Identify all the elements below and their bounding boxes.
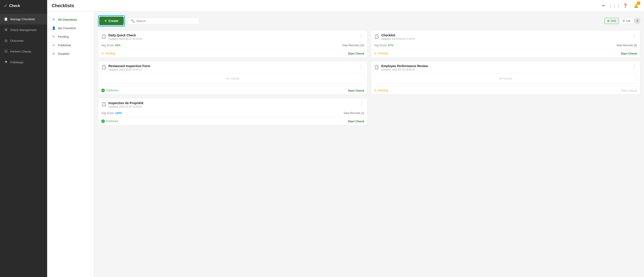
card-menu-icon[interactable]: ⋮ [358,101,364,106]
sidebar-nav: 📋 Manage Checklists ⚙ Check Management ◎… [0,12,47,277]
card-title-block: Daily Quick Check Updated: 2023-08-21 19… [108,34,356,40]
card-footer: ✓ Published Start Check [98,86,367,94]
filter-label: Disabled [58,52,70,56]
header-actions: ✏ ⋮⋮⋮ ❓ 🔔 1 [600,2,640,10]
create-button-label: Create [108,19,118,23]
avg-score: Avg Score: 100% [101,112,122,115]
checklist-card-icon: 📋 [101,34,106,39]
sidebar-item-followups[interactable]: ⚑ Followups [0,57,47,68]
status-badge: ↻ Pending [374,89,388,92]
status-badge: ↻ Pending [101,52,115,55]
sidebar-item-manage-checklists[interactable]: 📋 Manage Checklists [0,14,47,24]
card-title: Checklist [381,34,629,37]
card-title: Restaurant Inspection Form [108,64,356,68]
checklist-card-daily-quick-check: 📋 Daily Quick Check Updated: 2023-08-21 … [98,30,368,58]
start-check-button[interactable]: Start Check [621,52,637,55]
sidebar-item-check-management[interactable]: ⚙ Check Management [0,24,47,35]
checklist-card-restaurant-inspection: 📋 Restaurant Inspection Form Updated: 20… [98,61,368,95]
card-stats: Avg Score: 100% View Records (3) [98,110,367,117]
notification-count: 1 [637,1,640,5]
followup-icon: ⚑ [4,60,8,64]
my-checklists-icon: 👤 [52,26,56,30]
main: Checklists ✏ ⋮⋮⋮ ❓ 🔔 1 ≡ All Checklists … [47,0,644,277]
app-logo-icon: ✓ [4,3,8,8]
sidebar-item-outcomes[interactable]: ◎ Outcomes [0,35,47,46]
score-value: 100% [115,112,122,115]
pending-status-icon: ↻ [101,52,104,55]
published-status-icon: ✓ [101,120,105,123]
notification-button[interactable]: 🔔 1 [632,2,640,10]
pending-icon: ↻ [52,34,56,38]
card-title-block: Checklist Updated: 2023-04-13 17:40:27 [381,34,629,40]
card-menu-icon[interactable]: ⋮ [358,64,364,69]
card-updated: Updated: 2023-04-13 17:40:27 [381,38,629,40]
card-header: 📋 Daily Quick Check Updated: 2023-08-21 … [98,30,367,42]
check-icon: ☑ [4,49,8,54]
filter-label: My Checklists [58,26,76,30]
search-box: 🔍 [128,18,200,24]
plus-icon: + [105,19,107,23]
card-menu-icon[interactable]: ⋮ [631,34,637,38]
list-view-button[interactable]: ☰ List [620,18,633,24]
card-title: Employee Performance Review [381,64,629,68]
checklist-card-employee-performance: 📋 Employee Performance Review Updated: 2… [371,61,640,95]
card-footer: ✓ Published Start Check [98,117,367,125]
grid-label: Grid [611,19,616,22]
filter-my-checklists[interactable]: 👤 My Checklists [47,24,94,32]
card-footer: ↻ Pending Start Check [371,49,640,58]
content: ≡ All Checklists 👤 My Checklists ↻ Pendi… [47,12,644,277]
avg-score-label: Avg Score: [101,112,115,115]
search-icon: 🔍 [131,19,134,23]
status-label: Published [106,89,118,92]
card-title-block: Restaurant Inspection Form Updated: 2023… [108,64,356,71]
card-updated: Updated: 2023-03-31 16:49:17 [108,68,356,71]
status-label: Published [106,120,118,123]
card-title-block: Employee Performance Review Updated: 202… [381,64,629,71]
filter-pending[interactable]: ↻ Pending [47,32,94,41]
card-updated: Updated: 2022-03-24 14:05:31 [108,105,356,108]
start-check-button[interactable]: Start Check [348,120,364,123]
status-badge: ✓ Published [101,89,118,92]
grid-apps-icon-button[interactable]: ⋮⋮⋮ [611,2,618,10]
filter-published[interactable]: ✔ Published [47,41,94,50]
card-stats: Avg Score: 89% View Records (10) [98,42,367,49]
view-records-link[interactable]: View Records (10) [342,44,364,47]
create-button[interactable]: + Create [99,16,124,25]
checklist-card-checklist: 📋 Checklist Updated: 2023-04-13 17:40:27… [371,30,640,58]
avg-score-label: Avg Score: [374,44,388,47]
start-check-button[interactable]: Start Check [348,52,364,55]
search-input[interactable] [136,19,197,23]
no-records: No records [101,73,364,84]
create-btn-wrapper: + Create [98,15,125,26]
grid-icon: ⊞ [608,19,610,22]
sidebar-item-label: Check Management [10,28,36,32]
card-title: Daily Quick Check [108,34,356,37]
avg-score: Avg Score: 87% [374,44,394,47]
card-header: 📋 Restaurant Inspection Form Updated: 20… [98,61,367,73]
card-menu-icon[interactable]: ⋮ [358,34,364,38]
status-badge: ↻ Pending [374,52,388,55]
view-records-link[interactable]: View Records (3) [344,112,364,115]
start-check-button: Start Check [621,89,637,92]
grid-view-button[interactable]: ⊞ Grid [604,18,619,24]
view-records-link[interactable]: View Records (8) [616,44,637,47]
sidebar: ✓ Check 📋 Manage Checklists ⚙ Check Mana… [0,0,47,277]
edit-icon-button[interactable]: ✏ [600,2,607,10]
top-header: Checklists ✏ ⋮⋮⋮ ❓ 🔔 1 [47,0,644,12]
sidebar-item-perform-checks[interactable]: ☑ Perform Checks [0,46,47,57]
help-icon-button[interactable]: ❓ [622,2,629,10]
pending-status-icon: ↻ [374,52,377,55]
checklist-card-icon: 📋 [101,65,106,70]
checklist-icon: 📋 [4,17,8,21]
card-footer: ↻ Pending Start Check [98,49,367,58]
avg-score: Avg Score: 89% [101,44,120,47]
filter-all-checklists[interactable]: ≡ All Checklists [47,15,94,24]
help-button[interactable]: ? [634,18,640,24]
page-title: Checklists [52,3,597,8]
filter-disabled[interactable]: ⊘ Disabled [47,50,94,58]
pending-status-icon: ↻ [374,89,377,92]
no-records: No records [374,73,637,84]
card-menu-icon[interactable]: ⋮ [631,64,637,69]
start-check-button[interactable]: Start Check [348,89,364,92]
toolbar: + Create 🔍 ⊞ Grid ☰ List [98,15,640,26]
